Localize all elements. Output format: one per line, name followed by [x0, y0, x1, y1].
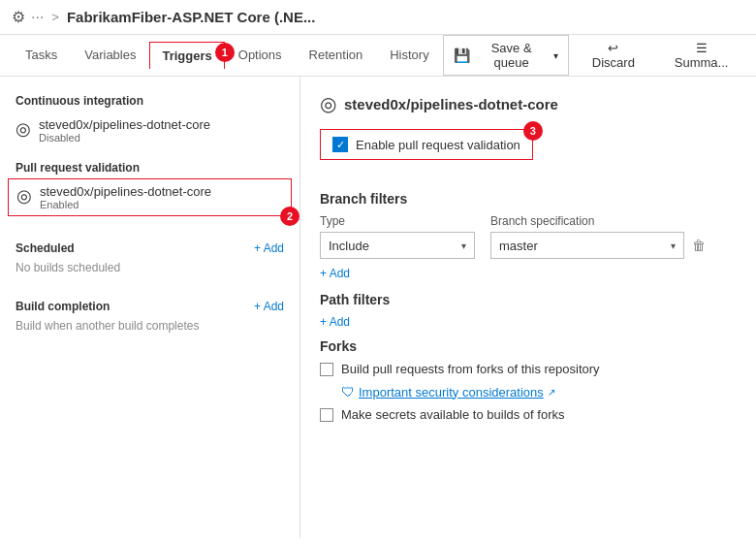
secrets-label: Make secrets available to builds of fork…: [341, 407, 565, 422]
right-repo-name: steved0x/pipelines-dotnet-core: [344, 96, 558, 112]
breadcrumb-separator: >: [51, 10, 59, 24]
enable-pr-label: Enable pull request validation: [356, 138, 520, 152]
ci-repo-icon: ◎: [16, 118, 31, 140]
save-label: Save & queue: [474, 41, 550, 70]
scheduled-add-button[interactable]: + Add: [254, 241, 284, 255]
fork-build-label: Build pull requests from forks of this r…: [341, 362, 600, 376]
branch-filters-title: Branch filters: [320, 191, 737, 207]
branch-spec-filter-col: Branch specification master ▾ 🗑: [490, 214, 709, 259]
save-queue-button[interactable]: 💾 Save & queue ▾: [443, 35, 569, 76]
tab-triggers[interactable]: Triggers: [149, 42, 224, 69]
path-filters-section: Path filters + Add: [320, 292, 737, 329]
right-repo-header: ◎ steved0x/pipelines-dotnet-core: [320, 92, 737, 115]
ci-repo-item[interactable]: ◎ steved0x/pipelines-dotnet-core Disable…: [0, 112, 299, 149]
pr-repo-icon: ◎: [16, 185, 32, 207]
branch-chevron-icon: ▾: [671, 240, 676, 251]
enable-pr-checkbox[interactable]: ✓: [332, 137, 348, 152]
build-completion-section: Build completion + Add: [0, 290, 299, 317]
tab-options[interactable]: Options: [225, 40, 296, 72]
tab-retention[interactable]: Retention: [296, 40, 377, 72]
branch-value: master: [499, 239, 667, 253]
discard-label: Discard: [592, 55, 635, 70]
type-value: Include: [329, 239, 457, 253]
branch-spec-label: Branch specification: [490, 214, 709, 228]
summary-label: Summa...: [675, 55, 729, 70]
chevron-down-icon: ▾: [553, 50, 558, 61]
settings-icon: ⚙: [12, 8, 25, 26]
security-link[interactable]: 🛡 Important security considerations ↗: [320, 384, 737, 400]
menu-icon: ☰: [696, 41, 708, 55]
ci-repo-info: steved0x/pipelines-dotnet-core Disabled: [39, 117, 210, 144]
type-filter-col: Type Include ▾: [320, 214, 475, 259]
check-icon: ✓: [336, 139, 345, 151]
main-content: Continuous integration ◎ steved0x/pipeli…: [0, 77, 756, 538]
fork-build-row[interactable]: Build pull requests from forks of this r…: [320, 362, 737, 376]
branch-spec-wrapper: master ▾ 🗑: [490, 232, 709, 259]
right-panel: ◎ steved0x/pipelines-dotnet-core ✓ Enabl…: [300, 77, 756, 538]
right-repo-icon: ◎: [320, 92, 336, 115]
left-panel: Continuous integration ◎ steved0x/pipeli…: [0, 77, 300, 538]
scheduled-title: Scheduled: [16, 241, 75, 255]
header: ⚙ ··· > FabrikamFiber-ASP.NET Core (.NE.…: [0, 0, 756, 35]
discard-button[interactable]: ↩ Discard: [577, 36, 651, 75]
tab-variables[interactable]: Variables: [71, 40, 149, 72]
build-completion-add-button[interactable]: + Add: [254, 300, 284, 313]
shield-icon: 🛡: [341, 384, 355, 400]
save-icon: 💾: [454, 48, 470, 63]
page-title: FabrikamFiber-ASP.NET Core (.NE...: [67, 9, 315, 25]
no-scheduled: No builds scheduled: [0, 259, 299, 282]
secrets-checkbox[interactable]: [320, 408, 333, 422]
external-link-icon: ↗: [548, 387, 555, 398]
build-completion-title: Build completion: [16, 300, 110, 313]
branch-delete-button[interactable]: 🗑: [688, 236, 709, 255]
build-completion-desc: Build when another build completes: [0, 317, 299, 340]
tab-history[interactable]: History: [376, 40, 442, 72]
pr-repo-info: steved0x/pipelines-dotnet-core Enabled: [40, 184, 211, 210]
type-select[interactable]: Include ▾: [320, 232, 475, 259]
branch-add-button[interactable]: + Add: [320, 267, 737, 280]
nav-actions: 💾 Save & queue ▾ ↩ Discard ☰ Summa...: [443, 35, 744, 76]
ci-repo-name: steved0x/pipelines-dotnet-core: [39, 117, 210, 132]
security-link-text: Important security considerations: [359, 385, 544, 400]
type-chevron-icon: ▾: [461, 240, 466, 251]
scheduled-section: Scheduled + Add: [0, 232, 299, 259]
ci-repo-status: Disabled: [39, 132, 210, 144]
breadcrumb-dots: ···: [31, 9, 44, 26]
nav-tabs: Tasks Variables Triggers 1 Options Reten…: [0, 35, 756, 77]
badge-3: 3: [523, 121, 543, 141]
forks-section: Forks Build pull requests from forks of …: [320, 338, 737, 422]
badge-1: 1: [215, 43, 235, 62]
fork-build-checkbox[interactable]: [320, 363, 333, 376]
branch-spec-select[interactable]: master ▾: [490, 232, 684, 259]
secrets-row[interactable]: Make secrets available to builds of fork…: [320, 407, 737, 422]
enable-pr-row[interactable]: ✓ Enable pull request validation: [320, 129, 533, 160]
pr-repo-item[interactable]: ◎ steved0x/pipelines-dotnet-core Enabled: [8, 178, 292, 216]
branch-filters-row: Type Include ▾ Branch specification mast…: [320, 214, 737, 259]
undo-icon: ↩: [608, 41, 618, 55]
tab-tasks[interactable]: Tasks: [12, 40, 71, 72]
ci-section-title: Continuous integration: [0, 88, 299, 112]
pr-section-title: Pull request validation: [0, 155, 299, 178]
summary-button[interactable]: ☰ Summa...: [658, 36, 744, 75]
badge-2: 2: [280, 207, 299, 226]
pr-repo-name: steved0x/pipelines-dotnet-core: [40, 184, 211, 199]
path-filters-title: Path filters: [320, 292, 737, 307]
forks-title: Forks: [320, 338, 737, 354]
pr-repo-status: Enabled: [40, 199, 211, 210]
type-label: Type: [320, 214, 475, 228]
path-add-button[interactable]: + Add: [320, 315, 737, 329]
